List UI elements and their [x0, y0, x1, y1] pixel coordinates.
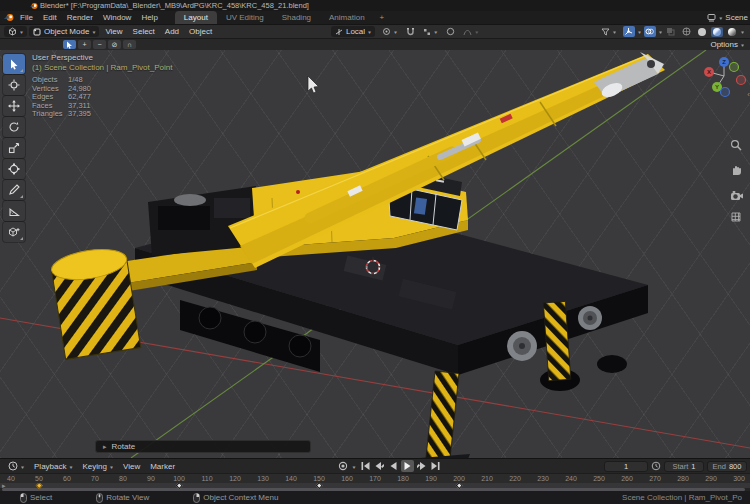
snap-settings-dropdown[interactable]: ▾ [419, 26, 441, 37]
scene-selector[interactable]: ▾ Scene [707, 13, 750, 22]
ruler-tick: 220 [509, 475, 521, 483]
play-reverse-icon [390, 462, 397, 470]
timeline-ruler[interactable]: 4050607080901001101201301401501601701801… [0, 473, 750, 483]
ruler-tick: 160 [341, 475, 353, 483]
navigation-gizmo[interactable]: Z X Y [700, 54, 748, 102]
tool-measure-button[interactable] [3, 201, 25, 221]
tool-move-button[interactable] [3, 96, 25, 116]
select-mode-subtract-button[interactable]: − [93, 40, 106, 49]
menu-render[interactable]: Render [62, 11, 98, 24]
chevron-down-icon: ▾ [613, 29, 616, 35]
timeline-scrollbar[interactable] [2, 488, 745, 492]
object-mode-dropdown[interactable]: Object Mode ▾ [29, 26, 99, 37]
proportional-falloff-dropdown[interactable]: ▾ [459, 26, 482, 37]
menu-select[interactable]: Select [129, 27, 159, 36]
pan-view-button[interactable] [729, 163, 743, 177]
select-mode-set-button[interactable] [63, 40, 76, 49]
camera-view-button[interactable] [729, 188, 743, 202]
show-gizmo-toggle[interactable] [623, 26, 635, 37]
menu-marker[interactable]: Marker [146, 462, 179, 471]
jump-to-start-button[interactable] [359, 460, 372, 472]
tool-options-dropdown[interactable]: Options ▾ [710, 40, 744, 49]
tab-animation[interactable]: Animation [320, 11, 374, 24]
xray-icon [666, 27, 675, 36]
options-label: Options [710, 40, 738, 49]
tab-uv-editing[interactable]: UV Editing [217, 11, 273, 24]
select-mode-invert-button[interactable]: ⊘ [108, 40, 121, 49]
snap-toggle[interactable] [404, 26, 416, 37]
menu-edit[interactable]: Edit [38, 11, 62, 24]
zoom-view-button[interactable] [729, 138, 743, 152]
tool-scale-button[interactable] [3, 138, 25, 158]
window-title: Blender* [F:\ProgramData\_Blender\_MB9\A… [40, 1, 309, 10]
xray-toggle[interactable] [665, 26, 677, 37]
ruler-tick: 270 [649, 475, 661, 483]
prev-keyframe-button[interactable] [373, 460, 386, 472]
keying-set-dropdown[interactable]: ▾ [350, 460, 358, 472]
scene-statistics: Objects1/48 Vertices24,980 Edges62,477 F… [32, 76, 91, 119]
auto-keying-button[interactable] [336, 460, 349, 472]
ruler-tick: 240 [565, 475, 577, 483]
shading-material-button[interactable] [711, 27, 723, 37]
gizmo-dropdown[interactable]: ▾ [638, 29, 641, 35]
pivot-point-dropdown[interactable]: ▾ [378, 26, 401, 37]
transform-orientation-dropdown[interactable]: Local ▾ [331, 26, 375, 37]
ruler-tick: 290 [705, 475, 717, 483]
tab-shading[interactable]: Shading [273, 11, 320, 24]
tool-cursor-button[interactable] [3, 75, 25, 95]
editor-3d-viewport-icon [8, 27, 17, 36]
timeline-editor-type-button[interactable]: ▾ [4, 461, 28, 471]
tool-transform-button[interactable] [3, 159, 25, 179]
toggle-perspective-button[interactable] [729, 210, 743, 224]
shading-wireframe-icon [682, 27, 691, 36]
menu-keying[interactable]: Keying▾ [79, 462, 117, 471]
select-mode-intersect-button[interactable]: ∩ [123, 40, 136, 49]
frame-start-field[interactable]: Start1 [664, 461, 704, 472]
shading-dropdown[interactable]: ▾ [741, 29, 744, 35]
menu-object[interactable]: Object [185, 27, 216, 36]
jump-to-end-button[interactable] [429, 460, 442, 472]
mouse-pointer [308, 76, 319, 93]
chevron-down-icon: ▾ [352, 463, 355, 469]
object-visibility-dropdown[interactable]: ▾ [597, 26, 620, 37]
ruler-tick: 40 [7, 475, 15, 483]
overlays-dropdown[interactable]: ▾ [659, 29, 662, 35]
add-workspace-button[interactable]: + [374, 11, 391, 24]
menu-timeline-view[interactable]: View [119, 462, 144, 471]
shading-rendered-button[interactable] [726, 27, 738, 37]
select-mode-extend-button[interactable]: + [78, 40, 91, 49]
play-reverse-button[interactable] [387, 460, 400, 472]
tool-add-cube-button[interactable] [3, 222, 25, 242]
proportional-editing-toggle[interactable] [444, 26, 456, 37]
orientation-icon [335, 28, 343, 36]
operator-redo-panel[interactable]: ▸ Rotate [95, 440, 311, 453]
ruler-tick: 230 [537, 475, 549, 483]
menu-add[interactable]: Add [161, 27, 183, 36]
ruler-tick: 250 [593, 475, 605, 483]
tool-select-box-button[interactable] [3, 54, 25, 74]
timeline-channels[interactable]: ▸ [0, 483, 750, 491]
menu-view[interactable]: View [101, 27, 126, 36]
shading-rendered-icon [728, 28, 736, 36]
next-keyframe-button[interactable] [415, 460, 428, 472]
frame-end-field[interactable]: End800 [707, 461, 747, 472]
3d-viewport[interactable]: STRABAG [0, 50, 750, 458]
menu-file[interactable]: File [15, 11, 38, 24]
stat-triangles: Triangles37,395 [32, 110, 91, 119]
workspace-tabs: Layout UV Editing Shading Animation + [175, 11, 390, 24]
current-frame-field[interactable]: 1 [604, 461, 648, 472]
tool-annotate-button[interactable] [3, 180, 25, 200]
tool-rotate-button[interactable] [3, 117, 25, 137]
active-object-label: (1) Scene Collection | Ram_Pivot_Point [32, 63, 172, 72]
expand-arrow-icon: ▸ [103, 443, 107, 451]
play-button[interactable] [401, 460, 414, 472]
tab-layout[interactable]: Layout [175, 11, 217, 24]
shading-solid-button[interactable] [696, 27, 708, 37]
menu-playback[interactable]: Playback▾ [30, 462, 76, 471]
menu-help[interactable]: Help [136, 11, 162, 24]
editor-type-button[interactable]: ▾ [4, 26, 27, 37]
show-overlays-toggle[interactable] [644, 26, 656, 37]
menu-window[interactable]: Window [98, 11, 136, 24]
shading-wireframe-button[interactable] [680, 26, 693, 37]
blender-menu-icon[interactable] [4, 13, 15, 22]
